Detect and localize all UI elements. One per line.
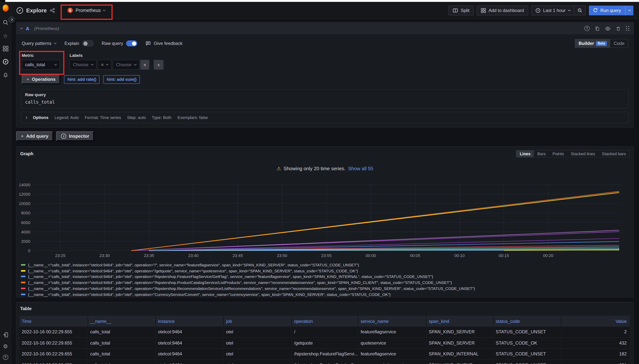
legend-row[interactable]: {__name__="calls_total", instance="otelc… (21, 280, 633, 286)
add-label-button[interactable]: + (154, 60, 164, 70)
search-icon[interactable] (2, 20, 8, 26)
settings-gear-icon[interactable]: ⚙ (2, 343, 8, 349)
hide-query-eye-icon[interactable] (605, 26, 610, 31)
table-column-header[interactable]: status_code (494, 316, 561, 326)
table-cell: recommendationservice (358, 360, 426, 364)
table-column-header[interactable]: Value (561, 316, 630, 326)
page-title: Explore (26, 7, 47, 14)
chart-series (131, 191, 619, 251)
label-value-select[interactable]: Choose (112, 60, 140, 70)
remove-label-button[interactable]: × (140, 60, 149, 70)
plus-icon: + (26, 77, 29, 82)
query-options-row[interactable]: Options Legend: Auto Format: Time series… (21, 112, 629, 123)
graph-mode-stacked-bars[interactable]: Stacked bars (598, 150, 629, 157)
metric-select[interactable]: calls_total (22, 60, 60, 70)
table-cell: SPAN_KIND_CLIENT (426, 360, 494, 364)
sidebar-expand-button[interactable] (8, 16, 14, 23)
label-operator-select[interactable]: = (98, 60, 112, 70)
legend-row[interactable]: {__name__="calls_total", instance="otelc… (21, 268, 633, 274)
add-query-button[interactable]: + Add query (16, 131, 53, 141)
grafana-logo[interactable] (2, 5, 8, 11)
graph-mode-lines[interactable]: Lines (516, 150, 534, 157)
share-icon[interactable] (50, 8, 55, 13)
option-legend: Legend: Auto (54, 115, 79, 120)
run-query-button[interactable]: Run query (589, 6, 634, 15)
sync-icon (593, 8, 598, 13)
split-button[interactable]: Split (449, 6, 474, 15)
table-cell: 2022-10-16 00:22:29.655 (20, 349, 88, 359)
table-cell: STATUS_CODE_UNSET (494, 326, 561, 337)
table-column-header[interactable]: instance (156, 316, 224, 326)
show-all-series-link[interactable]: Show all 55 (348, 166, 373, 171)
drag-handle-icon[interactable] (626, 26, 629, 31)
table-row: 2022-10-16 00:22:29.655calls_totalotelco… (20, 360, 630, 364)
zoom-out-time-button[interactable] (574, 6, 586, 15)
inspector-button[interactable]: i Inspector (56, 131, 94, 141)
legend-row[interactable]: {__name__="calls_total", instance="otelc… (21, 286, 633, 292)
code-tab[interactable]: Code (610, 39, 628, 48)
explore-title-group: Explore (16, 7, 55, 14)
graph-mode-buttons: LinesBarsPointsStacked linesStacked bars (516, 150, 630, 158)
give-feedback-link[interactable]: Give feedback (146, 41, 182, 46)
explain-toggle[interactable] (82, 40, 93, 46)
table-cell: quoteservice (358, 338, 426, 348)
hint-add-sum-button[interactable]: hint: add sum() (104, 75, 140, 84)
duplicate-query-icon[interactable] (595, 26, 600, 31)
table-column-header[interactable]: job (224, 316, 292, 326)
add-operation-button[interactable]: + Operations (22, 74, 60, 84)
x-axis-tick-label: 00:05 (404, 253, 426, 258)
collapse-chevron-icon[interactable] (20, 26, 23, 29)
legend-swatch (21, 264, 26, 266)
table-cell: 2022-10-16 00:22:29.655 (20, 360, 88, 364)
explore-icon[interactable] (2, 59, 8, 65)
x-axis-tick-label: 23:30 (93, 253, 116, 258)
legend-row[interactable]: {__name__="calls_total", instance="otelc… (21, 292, 633, 298)
table-cell: calls_total (88, 338, 156, 348)
prometheus-icon (67, 8, 73, 13)
hint-add-rate-button[interactable]: hint: add rate() (64, 75, 100, 84)
builder-code-toggle: Builder Beta Code (575, 39, 628, 48)
table-cell: featureflagservice (358, 349, 426, 359)
query-help-icon[interactable]: ? (584, 26, 590, 31)
y-axis-tick-label: 14000 (18, 182, 30, 187)
time-range-picker[interactable]: Last 1 hour (531, 6, 574, 15)
raw-query-toggle[interactable] (126, 40, 137, 46)
legend-row[interactable]: {__name__="calls_total", instance="otelc… (21, 274, 633, 280)
legend-row[interactable]: {__name__="calls_total", instance="otelc… (21, 262, 633, 268)
y-axis-tick-label: 2000 (18, 239, 30, 244)
table-column-header[interactable]: __name__ (88, 316, 156, 326)
warning-icon: ⚠ (277, 166, 281, 171)
datasource-picker[interactable]: Prometheus (64, 6, 109, 15)
warning-text: Showing only 20 time series. (284, 166, 346, 171)
help-icon[interactable]: ? (2, 354, 8, 360)
label-name-select[interactable]: Choose (70, 60, 96, 70)
raw-query-label: Raw query (25, 92, 625, 97)
run-query-dropdown[interactable] (625, 6, 634, 15)
table-column-header[interactable]: Time (20, 316, 88, 326)
x-axis-tick-label: 00:00 (360, 253, 382, 258)
table-column-header[interactable]: operation (292, 316, 358, 326)
table-column-header[interactable]: span_kind (426, 316, 494, 326)
legend-label: {__name__="calls_total", instance="otelc… (28, 274, 433, 279)
x-axis-tick-label: 23:50 (271, 253, 293, 258)
beta-badge: Beta (596, 41, 607, 46)
table-column-header[interactable]: service_name (358, 316, 426, 326)
grafana-explore-page: ☆ ⚙ ? Explore (0, 0, 639, 364)
builder-tab[interactable]: Builder Beta (575, 39, 610, 48)
graph-mode-stacked-lines[interactable]: Stacked lines (567, 150, 598, 157)
query-row-header[interactable]: A (Prometheus) ? (16, 22, 634, 34)
graph-mode-bars[interactable]: Bars (534, 150, 549, 157)
table-cell: /getquote (292, 338, 358, 348)
chart[interactable]: 0200040006000800010000120001400023:2523:… (18, 174, 631, 260)
add-to-dashboard-button[interactable]: Add to dashboard (477, 6, 528, 15)
table-cell: 2 (561, 326, 630, 337)
alerting-icon[interactable] (2, 72, 8, 78)
graph-legend: {__name__="calls_total", instance="otelc… (21, 262, 633, 298)
query-patterns-dropdown[interactable]: Query patterns (22, 41, 56, 46)
sign-in-icon[interactable] (2, 332, 8, 338)
starred-icon[interactable]: ☆ (2, 32, 8, 38)
dashboards-icon[interactable] (2, 46, 8, 52)
table-cell: otelcol:9464 (156, 349, 224, 359)
delete-query-trash-icon[interactable] (616, 26, 621, 31)
graph-mode-points[interactable]: Points (549, 150, 567, 157)
